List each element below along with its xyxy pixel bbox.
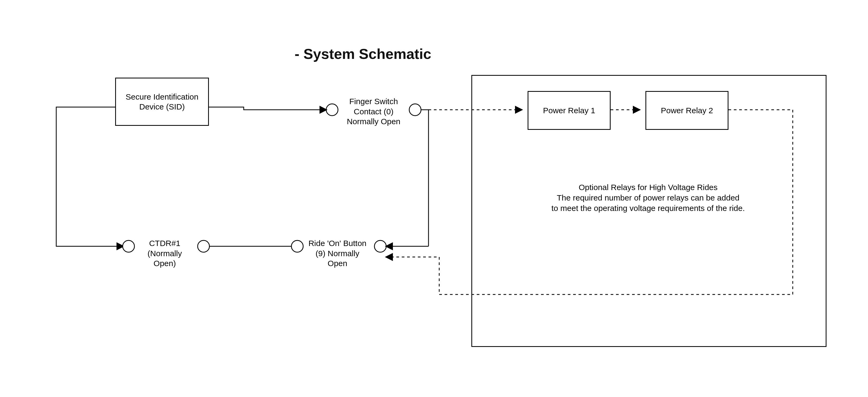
ctdr-terminal-right [198, 240, 210, 252]
diagram-canvas: - System Schematic Secure Identification… [0, 0, 868, 397]
diagram-wires [0, 0, 868, 397]
ride-terminal-right [374, 240, 386, 252]
finger-terminal-left [326, 104, 338, 115]
ctdr-terminal-left [123, 240, 134, 252]
ride-terminal-left [291, 240, 303, 252]
finger-terminal-right [409, 104, 421, 115]
